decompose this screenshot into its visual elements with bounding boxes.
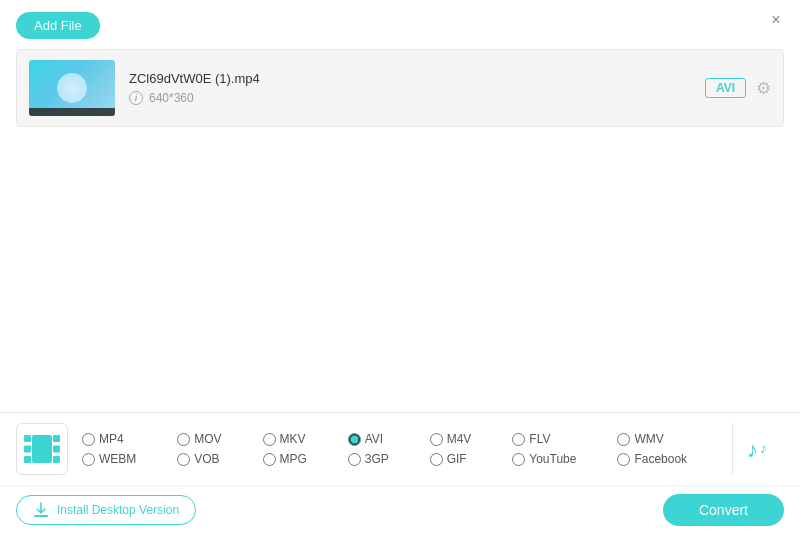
format-option-webm[interactable]: WEBM [82, 452, 171, 466]
file-meta: i 640*360 [129, 91, 705, 105]
format-label-mp4: MP4 [99, 432, 124, 446]
svg-rect-9 [34, 515, 48, 517]
format-option-vob[interactable]: VOB [177, 452, 256, 466]
format-label-avi: AVI [365, 432, 383, 446]
svg-rect-1 [24, 446, 31, 453]
file-info: ZCl69dVtW0E (1).mp4 i 640*360 [129, 71, 705, 105]
svg-text:♪: ♪ [760, 440, 767, 456]
format-label-mkv: MKV [280, 432, 306, 446]
film-icon [24, 435, 60, 463]
convert-button[interactable]: Convert [663, 494, 784, 526]
format-label-mpg: MPG [280, 452, 307, 466]
format-label-m4v: M4V [447, 432, 472, 446]
format-option-gif[interactable]: GIF [430, 452, 507, 466]
content-area [0, 127, 800, 327]
file-item: ZCl69dVtW0E (1).mp4 i 640*360 AVI ⚙ [17, 50, 783, 126]
format-option-flv[interactable]: FLV [512, 432, 611, 446]
svg-rect-5 [53, 456, 60, 463]
install-desktop-button[interactable]: Install Desktop Version [16, 495, 196, 525]
svg-text:♪: ♪ [747, 437, 758, 462]
format-selector: MP4 MOV MKV AVI M4V FLV [0, 413, 800, 485]
svg-rect-4 [53, 446, 60, 453]
format-label-3gp: 3GP [365, 452, 389, 466]
file-name: ZCl69dVtW0E (1).mp4 [129, 71, 705, 86]
format-label-flv: FLV [529, 432, 550, 446]
format-label-webm: WEBM [99, 452, 136, 466]
audio-format-icon-box: ♪ ♪ [732, 423, 784, 475]
format-label-mov: MOV [194, 432, 221, 446]
format-option-mp4[interactable]: MP4 [82, 432, 171, 446]
svg-rect-0 [24, 435, 31, 442]
format-label-youtube: YouTube [529, 452, 576, 466]
bottom-actions: Install Desktop Version Convert [0, 485, 800, 536]
bottom-panel: MP4 MOV MKV AVI M4V FLV [0, 412, 800, 536]
format-label-facebook: Facebook [634, 452, 687, 466]
format-option-mov[interactable]: MOV [177, 432, 256, 446]
top-bar: Add File [0, 0, 800, 49]
file-list: ZCl69dVtW0E (1).mp4 i 640*360 AVI ⚙ [16, 49, 784, 127]
format-option-3gp[interactable]: 3GP [348, 452, 424, 466]
format-option-wmv[interactable]: WMV [617, 432, 722, 446]
format-option-avi[interactable]: AVI [348, 432, 424, 446]
gear-icon[interactable]: ⚙ [756, 78, 771, 99]
info-icon: i [129, 91, 143, 105]
format-label-wmv: WMV [634, 432, 663, 446]
format-option-mpg[interactable]: MPG [263, 452, 342, 466]
format-option-youtube[interactable]: YouTube [512, 452, 611, 466]
svg-rect-3 [53, 435, 60, 442]
format-option-mkv[interactable]: MKV [263, 432, 342, 446]
file-thumbnail [29, 60, 115, 116]
audio-icon: ♪ ♪ [743, 433, 775, 465]
add-file-button[interactable]: Add File [16, 12, 100, 39]
close-icon: × [771, 11, 780, 29]
file-dimensions: 640*360 [149, 91, 194, 105]
file-actions: AVI ⚙ [705, 78, 771, 99]
format-option-m4v[interactable]: M4V [430, 432, 507, 446]
svg-rect-2 [24, 456, 31, 463]
format-label-vob: VOB [194, 452, 219, 466]
format-option-facebook[interactable]: Facebook [617, 452, 722, 466]
close-button[interactable]: × [766, 10, 786, 30]
download-icon [33, 502, 49, 518]
svg-rect-6 [32, 435, 52, 463]
install-label: Install Desktop Version [57, 503, 179, 517]
format-badge[interactable]: AVI [705, 78, 746, 98]
format-label-gif: GIF [447, 452, 467, 466]
video-format-icon-box [16, 423, 68, 475]
format-radio-grid: MP4 MOV MKV AVI M4V FLV [82, 432, 722, 466]
